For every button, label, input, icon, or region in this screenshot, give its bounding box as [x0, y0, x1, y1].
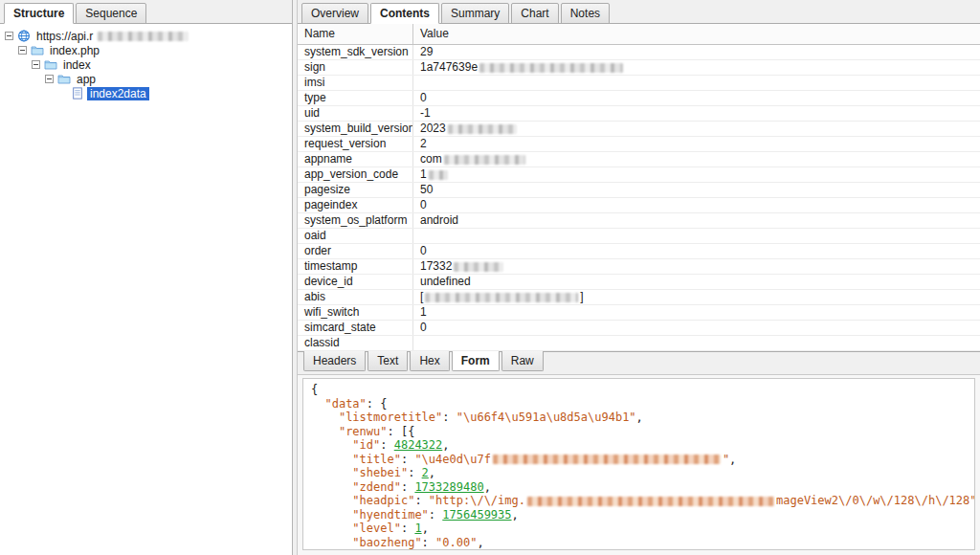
param-row-pageindex[interactable]: pageindex0	[298, 198, 980, 213]
tree-node-index[interactable]: index	[0, 57, 292, 72]
param-row-appname[interactable]: appnamecom	[298, 152, 980, 167]
param-row-system-build-version[interactable]: system_build_version2023	[298, 122, 980, 137]
param-row-request-version[interactable]: request_version2	[298, 137, 980, 152]
text-span: :	[414, 494, 428, 507]
param-value: 17332	[413, 259, 980, 274]
body-tab-text[interactable]: Text	[368, 351, 408, 371]
json-line: "shebei": 2,	[311, 466, 967, 480]
json-number: 1733289480	[414, 480, 483, 494]
param-name: system_build_version	[298, 122, 413, 136]
param-row-timestamp[interactable]: timestamp17332	[298, 259, 980, 275]
param-value: 29	[413, 45, 980, 59]
param-row-wifi-switch[interactable]: wifi_switch1	[298, 305, 980, 321]
tree-node-index2data[interactable]: index2data	[0, 86, 292, 100]
param-name: timestamp	[298, 259, 413, 274]
param-row-oaid[interactable]: oaid	[298, 229, 980, 244]
text-span: {	[311, 383, 318, 396]
param-value: 0	[413, 244, 980, 258]
param-value	[413, 76, 980, 90]
column-header-value[interactable]: Value	[413, 24, 980, 44]
json-line: "listmoretitle": "\u66f4\u591a\u8d5a\u94…	[311, 411, 967, 425]
body-tab-raw[interactable]: Raw	[501, 351, 544, 371]
param-row-system-sdk-version[interactable]: system_sdk_version29	[298, 45, 980, 60]
response-json-view[interactable]: { "data": { "listmoretitle": "\u66f4\u59…	[302, 378, 975, 550]
json-line: "data": {	[311, 397, 967, 411]
tab-contents[interactable]: Contents	[370, 3, 439, 24]
json-line: {	[311, 383, 967, 397]
tree-node-app[interactable]: app	[0, 72, 292, 86]
text-span: ,	[729, 453, 736, 466]
collapse-toggle-icon[interactable]	[18, 46, 27, 55]
text-span: : {	[367, 397, 388, 411]
json-line: "baozheng": "0.00",	[311, 536, 967, 550]
tree-node-index-php[interactable]: index.php	[0, 43, 292, 57]
text-span: 2023	[420, 122, 446, 135]
json-string: "baozheng"	[352, 536, 421, 549]
param-row-imsi[interactable]: imsi	[298, 76, 980, 91]
param-row-pagesize[interactable]: pagesize50	[298, 183, 980, 198]
param-row-system-os-platform[interactable]: system_os_platformandroid	[298, 213, 980, 229]
json-string: "renwu"	[339, 425, 388, 438]
tab-summary[interactable]: Summary	[441, 3, 509, 24]
param-row-app-version-code[interactable]: app_version_code1	[298, 167, 980, 183]
param-name: sign	[298, 60, 413, 75]
tab-overview[interactable]: Overview	[301, 3, 368, 24]
structure-tree[interactable]: https://api.rindex.phpindexappindex2data	[0, 24, 292, 555]
param-value: 1a747639e	[413, 60, 980, 75]
left-tabstrip: StructureSequence	[0, 0, 292, 24]
param-value: 2	[413, 137, 980, 151]
tree-node-label: index2data	[87, 87, 149, 100]
param-row-type[interactable]: type0	[298, 91, 980, 106]
param-name: classid	[298, 336, 413, 350]
param-row-uid[interactable]: uid-1	[298, 106, 980, 122]
param-value: 1	[413, 305, 980, 320]
tree-node-https-api-r[interactable]: https://api.r	[0, 29, 292, 43]
text-span	[311, 466, 352, 479]
column-header-name[interactable]: Name	[298, 24, 413, 44]
text-span: android	[420, 213, 458, 227]
param-row-classid[interactable]: classid	[298, 336, 980, 351]
response-body-area: { "data": { "listmoretitle": "\u66f4\u59…	[298, 375, 980, 555]
param-name: simcard_state	[298, 321, 413, 335]
collapse-toggle-icon[interactable]	[5, 32, 13, 40]
proxy-debugger-window: StructureSequence https://api.rindex.php…	[0, 0, 980, 555]
body-tab-headers[interactable]: Headers	[303, 351, 366, 371]
json-string: "0.00"	[435, 536, 477, 549]
param-value: 0	[413, 198, 980, 212]
json-line: "zdend": 1733289480,	[311, 480, 967, 495]
param-value: -1	[413, 106, 980, 121]
table-body: system_sdk_version29sign1a747639eimsityp…	[298, 45, 980, 351]
text-span: ]	[580, 290, 583, 303]
param-name: pagesize	[298, 183, 413, 197]
redacted-text	[479, 63, 623, 73]
param-name: system_os_platform	[298, 213, 413, 228]
text-span: ,	[422, 522, 429, 535]
body-tab-form[interactable]: Form	[452, 351, 500, 371]
form-params-table: Name Value system_sdk_version29sign1a747…	[298, 24, 980, 351]
folder-icon	[57, 73, 71, 85]
param-row-device-id[interactable]: device_idundefined	[298, 275, 980, 290]
tab-structure[interactable]: Structure	[4, 3, 74, 24]
param-value: 1	[413, 167, 980, 182]
param-row-sign[interactable]: sign1a747639e	[298, 60, 980, 76]
param-value: 50	[413, 183, 980, 197]
text-span: :	[380, 438, 393, 452]
param-row-simcard-state[interactable]: simcard_state0	[298, 321, 980, 336]
redacted-text	[429, 170, 448, 180]
body-tab-hex[interactable]: Hex	[410, 351, 449, 371]
doc-icon	[71, 87, 84, 100]
tab-sequence[interactable]: Sequence	[76, 3, 146, 24]
collapse-toggle-icon[interactable]	[32, 60, 40, 69]
collapse-toggle-icon[interactable]	[45, 75, 54, 83]
param-value	[413, 336, 980, 350]
param-row-abis[interactable]: abis[]	[298, 290, 980, 305]
json-string: "\u4e0d\u7f	[414, 453, 490, 466]
param-value: 0	[413, 91, 980, 105]
text-span	[311, 480, 352, 494]
param-value: undefined	[413, 275, 980, 289]
text-span: :	[401, 453, 414, 466]
tab-chart[interactable]: Chart	[511, 3, 558, 24]
param-row-order[interactable]: order0	[298, 244, 980, 259]
tab-notes[interactable]: Notes	[561, 3, 610, 24]
text-span: 29	[420, 45, 433, 58]
